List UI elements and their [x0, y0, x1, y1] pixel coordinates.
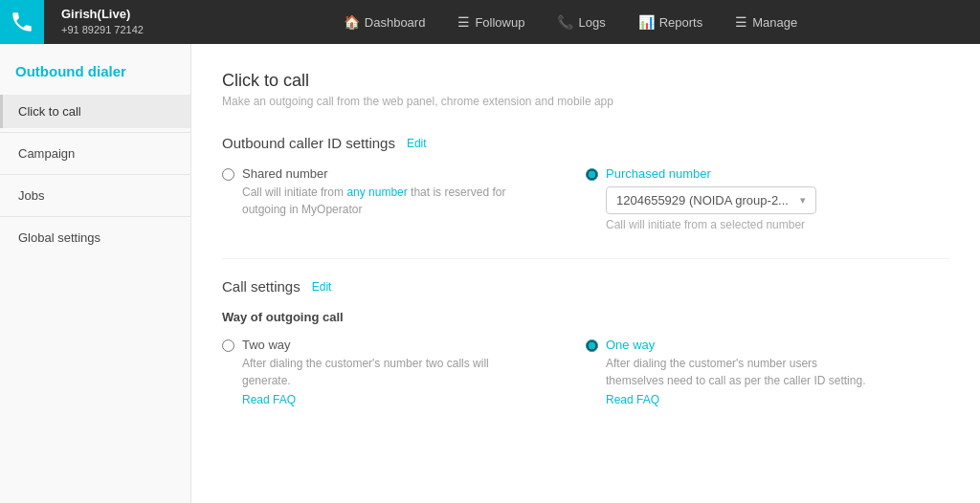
caller-id-header: Outbound caller ID settings Edit — [222, 135, 949, 151]
shared-number-col: Shared number Call will initiate from an… — [222, 166, 586, 231]
nav-dashboard[interactable]: 🏠 Dashboard — [330, 9, 439, 35]
one-way-desc: After dialing the customer's number user… — [606, 355, 874, 389]
one-way-content: One way After dialing the customer's num… — [606, 338, 874, 406]
purchased-number-dropdown[interactable]: 1204655929 (NOIDA group-2... ▾ — [606, 186, 816, 214]
sidebar-item-click-to-call[interactable]: Click to call — [0, 95, 190, 128]
section-divider — [222, 258, 949, 259]
shared-number-content: Shared number Call will initiate from an… — [242, 166, 510, 218]
sidebar-divider-2 — [0, 174, 190, 175]
caller-id-options: Shared number Call will initiate from an… — [222, 166, 949, 231]
one-way-faq-link[interactable]: Read FAQ — [606, 393, 874, 406]
sidebar: Outbound dialer Click to call Campaign J… — [0, 44, 191, 503]
shared-number-radio[interactable] — [222, 168, 234, 181]
two-way-option: Two way After dialing the customer's num… — [222, 338, 586, 406]
nav-reports[interactable]: 📊 Reports — [625, 9, 717, 35]
purchased-number-col: Purchased number 1204655929 (NOIDA group… — [586, 166, 949, 231]
user-name: Girish(Live) — [61, 7, 144, 23]
two-way-faq-link[interactable]: Read FAQ — [242, 393, 510, 406]
chevron-down-icon: ▾ — [800, 194, 806, 207]
sidebar-divider — [0, 132, 190, 133]
page-subtitle: Make an outgoing call from the web panel… — [222, 95, 949, 108]
call-settings-header: Call settings Edit — [222, 278, 949, 295]
nav-followup[interactable]: ☰ Followup — [444, 9, 538, 35]
reports-icon: 📊 — [638, 14, 655, 30]
shared-number-highlight: any number — [346, 186, 407, 199]
two-way-desc: After dialing the customer's number two … — [242, 355, 510, 389]
shared-number-desc: Call will initiate from any number that … — [242, 184, 510, 218]
way-of-call-title: Way of outgoing call — [222, 310, 949, 324]
user-phone: +91 89291 72142 — [61, 23, 144, 36]
two-way-radio[interactable] — [222, 339, 234, 352]
topnav: Girish(Live) +91 89291 72142 🏠 Dashboard… — [0, 0, 980, 44]
caller-id-title: Outbound caller ID settings — [222, 135, 395, 151]
sidebar-title: Outbound dialer — [0, 63, 190, 95]
brand-logo — [0, 0, 44, 44]
caller-id-section: Outbound caller ID settings Edit Shared … — [222, 135, 949, 231]
purchased-number-option: Purchased number 1204655929 (NOIDA group… — [586, 166, 949, 231]
shared-number-option: Shared number Call will initiate from an… — [222, 166, 586, 218]
caller-id-edit-link[interactable]: Edit — [407, 137, 427, 150]
one-way-label: One way — [606, 338, 874, 352]
call-settings-title: Call settings — [222, 278, 301, 295]
nav-links: 🏠 Dashboard ☰ Followup 📞 Logs 📊 Reports … — [161, 9, 980, 35]
one-way-radio[interactable] — [586, 339, 598, 352]
sidebar-item-campaign[interactable]: Campaign — [0, 137, 190, 170]
purchased-number-desc: Call will initiate from a selected numbe… — [606, 218, 816, 231]
purchased-number-content: Purchased number 1204655929 (NOIDA group… — [606, 166, 816, 231]
call-settings-section: Call settings Edit Way of outgoing call … — [222, 278, 949, 406]
one-way-option: One way After dialing the customer's num… — [586, 338, 949, 406]
way-of-call-options: Two way After dialing the customer's num… — [222, 338, 949, 406]
main-content: Click to call Make an outgoing call from… — [191, 44, 980, 503]
sidebar-item-global-settings[interactable]: Global settings — [0, 221, 190, 254]
nav-manage[interactable]: ☰ Manage — [722, 9, 811, 35]
user-info: Girish(Live) +91 89291 72142 — [44, 7, 161, 36]
two-way-label: Two way — [242, 338, 510, 352]
dashboard-icon: 🏠 — [344, 14, 360, 30]
layout: Outbound dialer Click to call Campaign J… — [0, 44, 980, 503]
sidebar-divider-3 — [0, 216, 190, 217]
two-way-content: Two way After dialing the customer's num… — [242, 338, 510, 406]
two-way-col: Two way After dialing the customer's num… — [222, 338, 586, 406]
logs-icon: 📞 — [557, 14, 573, 30]
call-settings-edit-link[interactable]: Edit — [312, 280, 332, 294]
sidebar-item-jobs[interactable]: Jobs — [0, 179, 190, 212]
purchased-number-label: Purchased number — [606, 166, 816, 181]
page-title: Click to call — [222, 71, 949, 91]
phone-icon — [10, 10, 34, 34]
followup-icon: ☰ — [457, 14, 470, 30]
nav-logs[interactable]: 📞 Logs — [544, 9, 618, 35]
one-way-col: One way After dialing the customer's num… — [586, 338, 949, 406]
shared-number-label: Shared number — [242, 166, 510, 181]
manage-icon: ☰ — [735, 14, 747, 30]
purchased-number-radio[interactable] — [586, 168, 598, 181]
